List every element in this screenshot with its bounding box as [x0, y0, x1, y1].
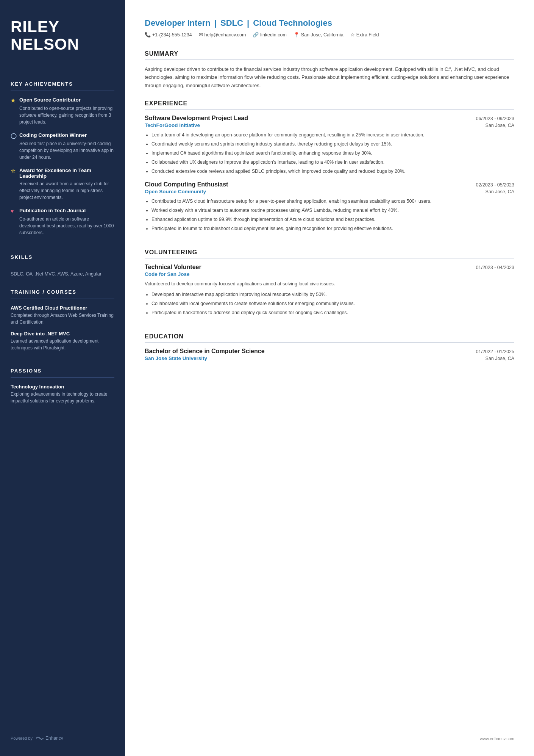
exp-location-1: San Jose, CA	[486, 123, 514, 128]
achievement-item: ★ Open Source Contributor Contributed to…	[11, 97, 114, 125]
edu-location-1: San Jose, CA	[486, 356, 514, 361]
achievement-title-1: ★ Open Source Contributor	[11, 97, 114, 103]
achievements-title: KEY ACHIEVEMENTS	[11, 81, 114, 87]
bullet-item: Led a team of 4 in developing an open-so…	[151, 131, 514, 139]
exp-org-2: Open Source Community	[145, 189, 206, 194]
vol-org-1: Code for San Jose	[145, 271, 190, 277]
sidebar-section-skills: SKILLS SDLC, C#, .Net MVC, AWS, Azure, A…	[11, 243, 114, 278]
title-part-3: Cloud Technologies	[253, 18, 332, 28]
linkedin-value: linkedin.com	[260, 32, 286, 38]
exp-title-2: Cloud Computing Enthusiast	[145, 181, 228, 188]
enhancv-brand-name: Enhancv	[45, 736, 63, 741]
education-item-1: Bachelor of Science in Computer Science …	[145, 348, 514, 361]
location-icon: 📍	[294, 32, 300, 38]
training-course-title-2: Deep Dive into .NET MVC	[11, 331, 114, 337]
bullet-item: Participated in forums to troubleshoot c…	[151, 225, 514, 232]
training-course-desc-2: Learned advanced application development…	[11, 338, 114, 351]
vol-title-1: Technical Volunteer	[145, 264, 201, 271]
contact-phone: 📞 +1-(234)-555-1234	[145, 32, 192, 38]
contact-linkedin: 🔗 linkedin.com	[253, 32, 286, 38]
main-header: Developer Intern | SDLC | Cloud Technolo…	[145, 18, 514, 40]
volunteering-section: VOLUNTEERING Technical Volunteer 01/2023…	[145, 238, 514, 322]
achievement-desc-4: Co-authored an article on software devel…	[11, 216, 114, 236]
edu-subheader-1: San Jose State University San Jose, CA	[145, 355, 514, 361]
exp-subheader-2: Open Source Community San Jose, CA	[145, 189, 514, 194]
email-icon: ✉	[199, 32, 203, 38]
achievement-item: ♥ Publication in Tech Journal Co-authore…	[11, 208, 114, 236]
footer-url: www.enhancv.com	[480, 736, 514, 741]
experience-item-1: Software Development Project Lead 06/202…	[145, 115, 514, 175]
exp-bullets-2: Contributed to AWS cloud infrastructure …	[145, 197, 514, 232]
bullet-item: Participated in hackathons to address an…	[151, 309, 514, 316]
exp-title-1: Software Development Project Lead	[145, 115, 248, 122]
lightbulb-icon: ◯	[11, 133, 17, 139]
contact-row: 📞 +1-(234)-555-1234 ✉ help@enhancv.com 🔗…	[145, 32, 514, 38]
main-header-title: Developer Intern | SDLC | Cloud Technolo…	[145, 18, 514, 28]
achievement-title-2: ◯ Coding Competition Winner	[11, 132, 114, 139]
vol-subheader-1: Code for San Jose	[145, 271, 514, 277]
pipe-1: |	[214, 18, 219, 28]
exp-header-1: Software Development Project Lead 06/202…	[145, 115, 514, 122]
experience-section: EXPERIENCE Software Development Project …	[145, 89, 514, 238]
skills-title: SKILLS	[11, 254, 114, 260]
resume-container: RILEYNELSON KEY ACHIEVEMENTS ★ Open Sour…	[0, 0, 534, 756]
sidebar-section-training: TRAINING / COURSES AWS Certified Cloud P…	[11, 278, 114, 357]
experience-section-title: EXPERIENCE	[145, 100, 514, 107]
phone-value: +1-(234)-555-1234	[152, 32, 192, 38]
passion-item-desc-1: Exploring advancements in technology to …	[11, 391, 114, 404]
bullet-item: Enhanced application uptime to 99.9% thr…	[151, 216, 514, 223]
email-value: help@enhancv.com	[205, 32, 246, 38]
star-outline-icon: ☆	[11, 168, 17, 174]
star-icon: ★	[11, 97, 17, 103]
achievement-desc-2: Secured first place in a university-held…	[11, 140, 114, 161]
bullet-item: Collaborated with UX designers to improv…	[151, 158, 514, 166]
title-part-2: SDLC	[220, 18, 243, 28]
extra-value: Extra Field	[356, 32, 379, 38]
contact-extra: ☆ Extra Field	[350, 32, 379, 38]
bullet-item: Conducted extensive code reviews and app…	[151, 167, 514, 175]
phone-icon: 📞	[145, 32, 151, 38]
location-value: San Jose, California	[301, 32, 344, 38]
exp-date-2: 02/2023 - 05/2023	[476, 182, 514, 188]
title-part-1: Developer Intern	[145, 18, 211, 28]
bullet-item: Implemented C# based algorithms that opt…	[151, 149, 514, 157]
edu-header-1: Bachelor of Science in Computer Science …	[145, 348, 514, 355]
sidebar-footer: Powered by Enhancv	[11, 720, 114, 741]
exp-header-2: Cloud Computing Enthusiast 02/2023 - 05/…	[145, 181, 514, 188]
pipe-2: |	[247, 18, 251, 28]
achievement-title-4: ♥ Publication in Tech Journal	[11, 208, 114, 214]
passions-title: PASSIONS	[11, 368, 114, 374]
achievement-desc-1: Contributed to open-source projects impr…	[11, 105, 114, 125]
exp-location-2: San Jose, CA	[486, 189, 514, 194]
star-contact-icon: ☆	[350, 32, 355, 38]
contact-email: ✉ help@enhancv.com	[199, 32, 246, 38]
link-icon: 🔗	[253, 32, 259, 38]
heart-icon: ♥	[11, 208, 17, 214]
training-item-1: AWS Certified Cloud Practitioner Complet…	[11, 305, 114, 326]
experience-item-2: Cloud Computing Enthusiast 02/2023 - 05/…	[145, 181, 514, 232]
skills-content: SDLC, C#, .Net MVC, AWS, Azure, Angular	[11, 270, 114, 278]
vol-bullets-1: Developed an interactive map application…	[145, 291, 514, 316]
bullet-item: Worked closely with a virtual team to au…	[151, 207, 514, 214]
sidebar: RILEYNELSON KEY ACHIEVEMENTS ★ Open Sour…	[0, 0, 125, 756]
exp-bullets-1: Led a team of 4 in developing an open-so…	[145, 131, 514, 175]
edu-date-1: 01/2022 - 01/2025	[476, 349, 514, 354]
passion-item-1: Technology Innovation Exploring advancem…	[11, 384, 114, 404]
edu-degree-1: Bachelor of Science in Computer Science	[145, 348, 265, 355]
education-section-title: EDUCATION	[145, 333, 514, 340]
sidebar-section-passions: PASSIONS Technology Innovation Exploring…	[11, 357, 114, 404]
exp-subheader-1: TechForGood Initiative San Jose, CA	[145, 122, 514, 128]
powered-by-label: Powered by	[11, 736, 33, 740]
training-title: TRAINING / COURSES	[11, 289, 114, 295]
training-item-2: Deep Dive into .NET MVC Learned advanced…	[11, 331, 114, 351]
training-course-desc-1: Completed through Amazon Web Services Tr…	[11, 312, 114, 326]
summary-section-title: SUMMARY	[145, 50, 514, 57]
education-section: EDUCATION Bachelor of Science in Compute…	[145, 322, 514, 364]
bullet-item: Collaborated with local governments to c…	[151, 300, 514, 307]
main-content: Developer Intern | SDLC | Cloud Technolo…	[125, 0, 534, 756]
summary-text: Aspiring developer driven to contribute …	[145, 65, 514, 89]
contact-location: 📍 San Jose, California	[294, 32, 344, 38]
exp-date-1: 06/2023 - 09/2023	[476, 116, 514, 121]
achievement-item: ☆ Award for Excellence in Team Leadershi…	[11, 167, 114, 201]
volunteering-item-1: Technical Volunteer 01/2023 - 04/2023 Co…	[145, 264, 514, 316]
